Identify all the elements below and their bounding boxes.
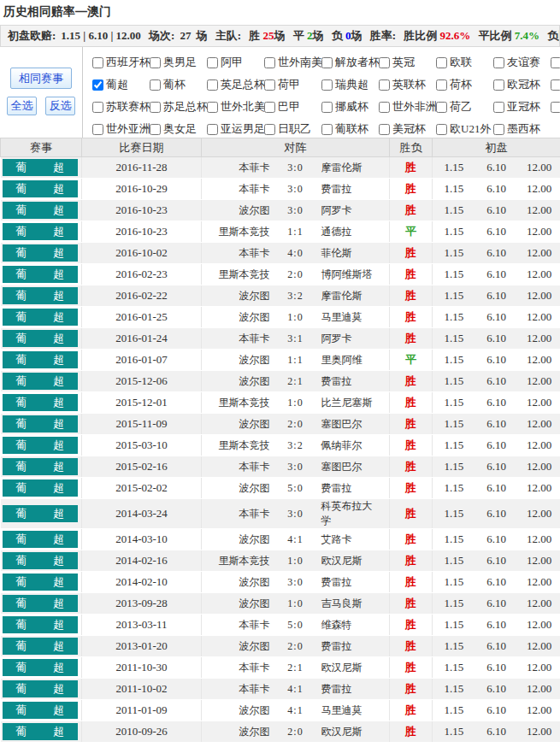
table-row: 葡超2014-03-24本菲卡3:0科英布拉大学胜1.156.1012.00 [1,499,560,529]
league-checkbox[interactable] [493,124,504,135]
league-checkbox[interactable] [264,79,275,91]
league-filter-item[interactable]: 荷甲 [264,74,321,96]
league-filter-item[interactable]: 亚运男足 [207,118,264,138]
league-checkbox[interactable] [436,79,447,91]
league-label: 世外非洲 [392,99,436,115]
league-checkbox[interactable] [264,102,275,113]
league-checkbox[interactable] [264,57,275,68]
league-checkbox[interactable] [436,124,447,135]
result-text: 胜 [390,679,433,700]
league-filter-item[interactable]: 欧联 [436,51,493,74]
league-checkbox[interactable] [551,57,560,68]
league-checkbox[interactable] [321,124,333,135]
odds-value: 6.10 [475,264,518,285]
match-date: 2016-02-22 [82,285,202,307]
league-filter-item[interactable]: 苏联赛杯 [92,96,150,118]
league-checkbox[interactable] [150,57,161,68]
league-filter-item[interactable]: 葡超 [92,74,150,96]
league-checkbox[interactable] [436,57,447,68]
select-all-button[interactable]: 全选 [7,97,37,115]
league-checkbox[interactable] [92,79,103,91]
result-text: 胜 [390,307,433,328]
score: 5:0 [281,481,310,496]
league-label: 葡超 [106,77,128,92]
away-team: 欧汉尼斯 [321,725,363,739]
table-row: 葡超2016-01-07波尔图1:1里奥阿维平1.156.1012.00 [1,350,560,371]
result-text: 胜 [390,572,433,593]
league-checkbox[interactable] [207,79,218,91]
league-filter-item[interactable]: 巴甲 [264,96,321,118]
league-filter-item[interactable]: 墨西杯 [493,118,551,138]
league-filter-item[interactable]: 欧U21外 [436,118,493,138]
result-text: 胜 [390,499,433,529]
league-filter-item[interactable] [551,96,560,118]
invert-select-button[interactable]: 反选 [45,97,75,115]
league-badge: 葡超 [3,458,79,475]
match-date: 2016-10-23 [82,221,202,243]
home-team: 本菲卡 [202,507,281,521]
league-label: 葡联杯 [335,121,368,137]
result-text: 胜 [390,328,433,350]
league-filter-item[interactable] [551,51,560,74]
league-filter-item[interactable]: 欧冠杯 [493,74,551,96]
league-filter-item[interactable]: 友谊赛 [493,51,551,74]
odds-value: 12.00 [518,264,560,285]
league-checkbox[interactable] [207,102,218,113]
league-checkbox[interactable] [92,57,103,68]
league-filter-item[interactable]: 世外非洲 [379,96,436,118]
league-checkbox[interactable] [379,102,390,113]
league-filter-item[interactable]: 日职乙 [264,118,321,138]
league-checkbox[interactable] [321,57,333,68]
league-checkbox[interactable] [379,124,390,135]
league-filter-item[interactable]: 奥女足 [150,118,207,138]
league-checkbox[interactable] [150,124,161,135]
home-team: 波尔图 [202,703,281,718]
league-checkbox[interactable] [321,79,333,91]
league-filter-item[interactable]: 阿甲 [207,51,264,74]
league-filter-item[interactable]: 奥男足 [150,51,207,74]
league-filter-item[interactable]: 英冠 [379,51,436,74]
league-filter-item[interactable]: 西班牙杯 [92,51,150,74]
league-filter-item[interactable]: 瑞典超 [321,74,379,96]
table-row: 葡超2016-02-23里斯本竞技2:0博阿维斯塔胜1.156.1012.00 [1,264,560,285]
league-checkbox[interactable] [493,57,504,68]
league-checkbox[interactable] [493,79,504,91]
league-filter-item[interactable]: 苏足总杯 [150,96,207,118]
away-team: 马里迪莫 [321,310,363,325]
stats-draw-label: 平 [293,29,304,42]
league-checkbox[interactable] [264,124,275,135]
same-event-button[interactable]: 相同赛事 [10,68,72,89]
league-checkbox[interactable] [150,102,161,113]
league-checkbox[interactable] [321,102,333,113]
odds-value: 12.00 [518,550,560,572]
league-checkbox[interactable] [92,102,103,113]
league-filter-item[interactable]: 英联杯 [379,74,436,96]
league-filter-item[interactable]: 解放者杯 [321,51,379,74]
league-checkbox[interactable] [92,124,103,135]
league-checkbox[interactable] [551,102,560,113]
league-checkbox[interactable] [551,79,560,91]
league-filter-item[interactable]: 亚冠杯 [493,96,551,118]
league-checkbox[interactable] [379,57,390,68]
league-filter-item[interactable]: 挪威杯 [321,96,379,118]
league-checkbox[interactable] [379,79,390,91]
league-checkbox[interactable] [207,124,218,135]
league-filter-item[interactable]: 世外南美 [264,51,321,74]
league-filter-item[interactable]: 荷乙 [436,96,493,118]
league-filter-item[interactable]: 荷杯 [436,74,493,96]
league-checkbox[interactable] [207,57,218,68]
table-row: 葡超2015-12-06波尔图2:1费雷拉胜1.156.1012.00 [1,371,560,392]
league-checkbox[interactable] [150,79,161,91]
league-filter-item[interactable]: 葡杯 [150,74,207,96]
league-filter-item[interactable]: 世外北美 [207,96,264,118]
league-checkbox[interactable] [436,102,447,113]
stats-count-label: 场次: [149,29,174,42]
league-filter-item[interactable]: 美冠杯 [379,118,436,138]
league-filter-item[interactable]: 英足总杯 [207,74,264,96]
league-filter-item[interactable]: 世外亚洲 [92,118,150,138]
home-team: 本菲卡 [202,661,281,675]
odds-value: 12.00 [518,721,560,743]
league-checkbox[interactable] [493,102,504,113]
league-filter-item[interactable] [551,74,560,96]
league-filter-item[interactable]: 葡联杯 [321,118,379,138]
